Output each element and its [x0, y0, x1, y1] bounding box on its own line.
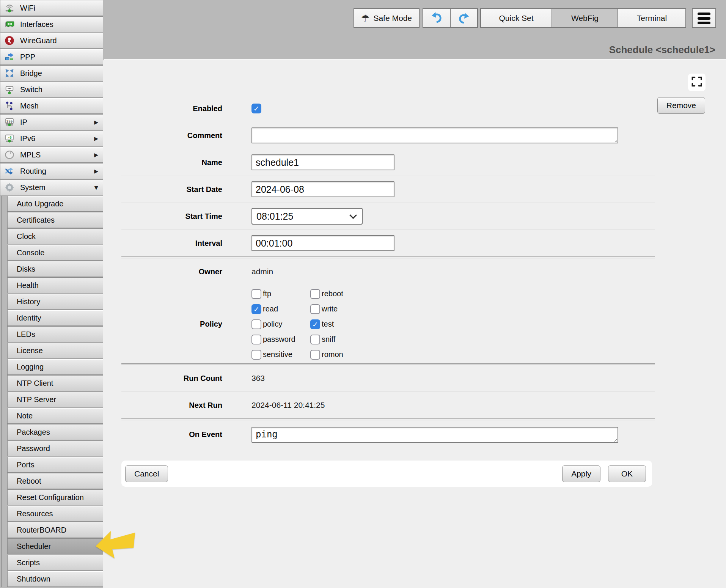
sidebar-item-packages[interactable]: Packages: [7, 424, 103, 440]
remove-button[interactable]: Remove: [657, 97, 705, 114]
fullscreen-button[interactable]: [688, 74, 706, 91]
ppp-icon: [4, 51, 15, 63]
sidebar-item-scheduler[interactable]: Scheduler: [7, 538, 103, 554]
name-input[interactable]: [251, 154, 394, 170]
sidebar-item-switch[interactable]: Switch: [0, 82, 103, 97]
policy-romon-checkbox[interactable]: [310, 350, 320, 360]
page-title: Schedule <schedule1>: [609, 44, 715, 56]
run-count-label: Run Count: [121, 374, 222, 383]
policy-option-label: password: [263, 335, 295, 344]
policy-read-checkbox[interactable]: ✓: [251, 304, 261, 314]
chevron-right-icon: ▶: [94, 119, 103, 125]
sidebar-item-mpls[interactable]: MPLS▶: [0, 147, 103, 163]
policy-option-label: read: [263, 305, 278, 313]
next-run-value: 2024-06-11 20:41:25: [251, 401, 325, 410]
ok-button[interactable]: OK: [608, 465, 646, 482]
svg-text:255: 255: [6, 119, 13, 123]
sidebar-item-console[interactable]: Console: [7, 245, 103, 261]
sidebar-item-ppp[interactable]: PPP: [0, 49, 103, 65]
run-count-value: 363: [251, 374, 265, 383]
sidebar-top-items: WiFiInterfacesWireGuardPPPBridgeSwitchMe…: [0, 0, 103, 195]
webfig-label: WebFig: [571, 14, 599, 23]
tab-terminal[interactable]: Terminal: [618, 8, 686, 28]
policy-option-label: sensitive: [263, 350, 292, 359]
policy-reboot-checkbox[interactable]: [310, 289, 320, 299]
name-label: Name: [121, 158, 222, 167]
form-row-owner: Owner admin: [121, 258, 655, 285]
policy-option-label: ftp: [263, 289, 271, 298]
sidebar-item-system[interactable]: System▼: [0, 179, 103, 195]
sidebar-item-certificates[interactable]: Certificates: [7, 212, 103, 228]
sidebar-item-health[interactable]: Health: [7, 277, 103, 293]
sidebar-item-ntp-server[interactable]: NTP Server: [7, 391, 103, 407]
cancel-button[interactable]: Cancel: [125, 465, 168, 482]
policy-test-checkbox[interactable]: ✓: [310, 319, 320, 329]
sidebar-item-shutdown[interactable]: Shutdown: [7, 571, 103, 587]
sidebar-item-label: System: [20, 183, 46, 192]
sidebar-item-note[interactable]: Note: [7, 408, 103, 424]
interval-input[interactable]: [251, 235, 394, 251]
policy-password-checkbox[interactable]: [251, 335, 261, 344]
form-row-start-date: Start Date: [121, 176, 655, 203]
sidebar-item-disks[interactable]: Disks: [7, 261, 103, 277]
sidebar-item-routerboard[interactable]: RouterBOARD: [7, 522, 103, 538]
comment-label: Comment: [121, 131, 222, 140]
menu-button[interactable]: [692, 8, 716, 28]
policy-option-label: sniff: [322, 335, 335, 344]
sidebar-item-scripts[interactable]: Scripts: [7, 555, 103, 571]
sidebar-system-submenu: Auto UpgradeCertificatesClockConsoleDisk…: [1, 196, 103, 587]
start-time-value: 08:01:25: [256, 211, 293, 222]
form-row-start-time: Start Time 08:01:25: [121, 203, 655, 230]
sidebar-item-mesh[interactable]: Mesh: [0, 98, 103, 114]
sidebar-item-label: Bridge: [20, 69, 42, 78]
comment-input[interactable]: [251, 127, 618, 143]
chevron-down-icon: ▼: [94, 184, 103, 190]
sidebar-item-logging[interactable]: Logging: [7, 359, 103, 375]
apply-button[interactable]: Apply: [562, 465, 600, 482]
sidebar-item-password[interactable]: Password: [7, 440, 103, 456]
redo-button[interactable]: [450, 8, 478, 28]
policy-option-label: test: [322, 320, 334, 329]
policy-policy-checkbox[interactable]: [251, 319, 261, 329]
policy-option-password: password: [251, 335, 310, 344]
sidebar-item-routing[interactable]: Routing▶: [0, 163, 103, 179]
form-row-run-count: Run Count 363: [121, 365, 655, 391]
safe-mode-button[interactable]: ☂ Safe Mode: [354, 8, 420, 28]
next-run-label: Next Run: [121, 401, 222, 410]
sidebar-item-ports[interactable]: Ports: [7, 457, 103, 473]
action-bar: Cancel Apply OK: [121, 461, 652, 487]
sidebar-item-wifi[interactable]: WiFi: [0, 0, 103, 16]
sidebar-item-history[interactable]: History: [7, 294, 103, 310]
sidebar-item-identity[interactable]: Identity: [7, 310, 103, 326]
policy-sensitive-checkbox[interactable]: [251, 350, 261, 360]
policy-write-checkbox[interactable]: [310, 304, 320, 314]
sidebar-menu: WiFiInterfacesWireGuardPPPBridgeSwitchMe…: [0, 0, 103, 588]
policy-ftp-checkbox[interactable]: [251, 289, 261, 299]
sidebar-item-ip[interactable]: 255IP▶: [0, 114, 103, 130]
sidebar-item-bridge[interactable]: Bridge: [0, 65, 103, 81]
sidebar-item-license[interactable]: License: [7, 343, 103, 358]
undo-icon: [431, 12, 442, 25]
policy-option-write: write: [310, 304, 343, 314]
tab-quick-set[interactable]: Quick Set: [480, 8, 552, 28]
sidebar-item-reboot[interactable]: Reboot: [7, 473, 103, 489]
sidebar-item-ntp-client[interactable]: NTP Client: [7, 375, 103, 391]
sidebar-item-auto-upgrade[interactable]: Auto Upgrade: [7, 196, 103, 212]
on-event-input[interactable]: ping: [251, 427, 618, 443]
chevron-down-icon: [349, 211, 357, 219]
sidebar-item-leds[interactable]: LEDs: [7, 326, 103, 342]
start-time-select[interactable]: 08:01:25: [251, 208, 363, 225]
sidebar-item-wireguard[interactable]: WireGuard: [0, 33, 103, 49]
sidebar-item-resources[interactable]: Resources: [7, 506, 103, 522]
sidebar-item-reset-configuration[interactable]: Reset Configuration: [7, 489, 103, 505]
tab-webfig[interactable]: WebFig: [552, 8, 618, 28]
start-date-input[interactable]: [251, 181, 394, 197]
policy-sniff-checkbox[interactable]: [310, 335, 320, 344]
sidebar-item-ipv6[interactable]: ✓6IPv6▶: [0, 130, 103, 146]
sidebar-item-clock[interactable]: Clock: [7, 228, 103, 244]
sidebar-item-interfaces[interactable]: Interfaces: [0, 16, 103, 32]
enabled-checkbox[interactable]: ✓: [251, 104, 261, 113]
switch-icon: [4, 84, 15, 95]
form-row-interval: Interval: [121, 230, 655, 256]
undo-button[interactable]: [423, 8, 451, 28]
